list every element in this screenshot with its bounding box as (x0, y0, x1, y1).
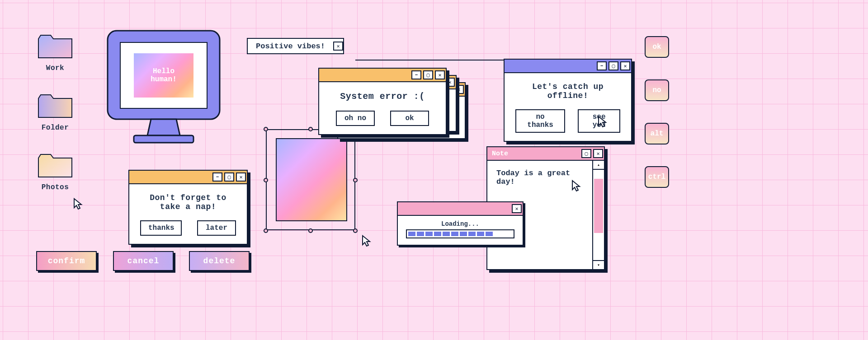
no-thanks-button[interactable]: no thanks (515, 109, 565, 133)
close-icon[interactable]: ✕ (512, 204, 522, 213)
selection-handle[interactable] (264, 228, 268, 233)
ok-key-button[interactable]: ok (645, 36, 669, 58)
minimize-icon[interactable]: – (411, 70, 421, 79)
folder-work-label: Work (46, 64, 64, 72)
loading-label: Loading... (404, 220, 516, 228)
folder-folder[interactable]: Folder (37, 93, 73, 132)
progress-segment (434, 232, 441, 236)
thanks-button[interactable]: thanks (140, 220, 182, 236)
alt-key-button[interactable]: alt (645, 123, 669, 144)
maximize-icon[interactable]: ▢ (423, 70, 433, 79)
connector-line (355, 60, 507, 61)
maximize-icon[interactable]: ▢ (581, 149, 591, 158)
maximize-icon[interactable]: ▢ (609, 61, 618, 70)
see-you-button[interactable]: see you (578, 109, 620, 133)
progress-segment (425, 232, 433, 236)
cursor-icon (73, 198, 83, 210)
folder-icon (37, 33, 73, 60)
folder-photos[interactable]: Photos (37, 153, 73, 191)
note-titlebar[interactable]: Note ▢ ✕ (487, 147, 604, 161)
close-icon[interactable]: ✕ (333, 42, 343, 51)
monitor: Hello human! (105, 28, 222, 152)
catchup-dialog: – ▢ ✕ Let's catch up offline! no thanks … (504, 59, 632, 142)
minimize-icon[interactable]: – (597, 61, 607, 70)
nap-dialog-message: Don't forget to take a nap! (140, 193, 236, 211)
error-dialog-message: System error :( (330, 91, 435, 102)
folder-photos-label: Photos (42, 183, 69, 191)
progress-segment (417, 232, 424, 236)
monitor-screen-text: Hello human! (134, 53, 193, 98)
selection-handle[interactable] (353, 178, 358, 182)
close-icon[interactable]: ✕ (236, 172, 246, 182)
minimize-icon[interactable]: – (212, 172, 222, 182)
close-icon[interactable]: ✕ (593, 149, 603, 158)
catchup-dialog-titlebar[interactable]: – ▢ ✕ (505, 60, 631, 73)
loading-titlebar[interactable]: ✕ (398, 202, 523, 216)
progress-segment (486, 232, 493, 236)
nap-dialog-titlebar[interactable]: – ▢ ✕ (129, 171, 247, 184)
close-icon[interactable]: ✕ (620, 61, 630, 70)
scroll-thumb[interactable] (594, 179, 603, 233)
folder-work[interactable]: Work (37, 33, 73, 72)
scroll-down-icon[interactable]: ▾ (593, 260, 604, 269)
error-dialog: – ▢ ✕ System error :( oh no ok (318, 68, 447, 135)
maximize-icon[interactable]: ▢ (224, 172, 234, 182)
folder-folder-label: Folder (42, 124, 69, 132)
loading-window: ✕ Loading... (397, 201, 524, 246)
note-scrollbar[interactable]: ▴ ▾ (592, 161, 604, 269)
selection-handle[interactable] (353, 228, 358, 233)
positive-vibes-text: Positive vibes! (248, 42, 333, 51)
catchup-dialog-message: Let's catch up offline! (515, 82, 620, 100)
nap-dialog: – ▢ ✕ Don't forget to take a nap! thanks… (128, 170, 248, 245)
cancel-button[interactable]: cancel (113, 251, 174, 271)
progress-segment (468, 232, 476, 236)
gradient-image[interactable] (276, 138, 347, 221)
selection-handle[interactable] (264, 178, 268, 182)
later-button[interactable]: later (197, 220, 236, 236)
progress-segment (460, 232, 467, 236)
error-dialog-titlebar[interactable]: – ▢ ✕ (319, 69, 446, 82)
cursor-icon (362, 235, 372, 247)
ohno-button[interactable]: oh no (336, 111, 375, 126)
loading-progress (406, 229, 514, 238)
progress-segment (408, 232, 415, 236)
ctrl-key-button[interactable]: ctrl (645, 166, 669, 188)
progress-segment (477, 232, 484, 236)
ok-button[interactable]: ok (390, 111, 429, 126)
svg-rect-2 (134, 135, 193, 143)
confirm-button[interactable]: confirm (36, 251, 97, 271)
close-icon[interactable]: ✕ (435, 70, 445, 79)
selection-handle[interactable] (308, 127, 313, 131)
folder-icon (37, 93, 73, 119)
folder-icon (37, 153, 73, 179)
delete-button[interactable]: delete (189, 251, 250, 271)
progress-segment (451, 232, 458, 236)
positive-vibes-bar: Positive vibes! ✕ (247, 38, 344, 54)
selection-handle[interactable] (308, 228, 313, 233)
scroll-up-icon[interactable]: ▴ (593, 161, 604, 170)
selection-handle[interactable] (264, 127, 268, 131)
note-title: Note (487, 150, 580, 158)
no-key-button[interactable]: no (645, 79, 669, 101)
progress-segment (443, 232, 450, 236)
